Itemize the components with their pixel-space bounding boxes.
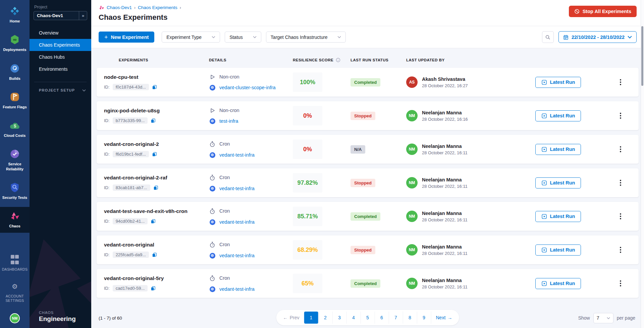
sidebar-item-service-reliability[interactable]: Service Reliability <box>0 145 30 175</box>
target-infrastructure-filter[interactable]: Target Chaos Infrastructure <box>266 32 346 43</box>
infrastructure-link[interactable]: vedant-test-infra <box>219 286 255 292</box>
copy-icon <box>152 152 157 157</box>
next-page-button[interactable]: Next → <box>431 312 457 324</box>
stopwatch-icon <box>210 141 215 147</box>
user-avatar-button[interactable]: NM <box>10 313 20 323</box>
sidebar-item-builds[interactable]: Builds <box>0 59 30 85</box>
experiment-row[interactable]: node-cpu-test ID: f0c187d4-43d... Non-cr… <box>97 68 639 97</box>
copy-id-button[interactable] <box>153 185 158 190</box>
row-menu-button[interactable] <box>618 278 623 288</box>
experiment-name[interactable]: vedant-cron-original-5ry <box>104 275 209 281</box>
breadcrumb: Chaos-Dev1 › Chaos Experiments › <box>99 5 637 10</box>
page-button-5[interactable]: 5 <box>361 312 375 324</box>
scrollbar-thumb[interactable] <box>641 26 643 86</box>
copy-id-button[interactable] <box>152 85 157 90</box>
experiment-name[interactable]: node-cpu-test <box>104 74 209 80</box>
experiment-name[interactable]: vedant-cron-original-2 <box>104 141 209 147</box>
page-button-1[interactable]: 1 <box>304 312 318 324</box>
module-footer: CHAOS Engineering <box>30 311 91 328</box>
arrow-left-icon: ← <box>283 315 288 320</box>
copy-id-button[interactable] <box>152 152 157 157</box>
date-range-picker[interactable]: 22/10/2022 - 28/10/2022 <box>558 31 637 43</box>
latest-run-button[interactable]: Latest Run <box>535 77 581 88</box>
page-button-2[interactable]: 2 <box>318 312 332 324</box>
svg-text:∞: ∞ <box>13 37 17 43</box>
experiment-row[interactable]: vedant-cron-original-2 ID: f6d19bc1-fedf… <box>97 135 639 164</box>
latest-run-button[interactable]: Latest Run <box>535 110 581 121</box>
breadcrumb-separator: › <box>180 5 181 10</box>
stop-all-experiments-button[interactable]: Stop All Experiments <box>569 6 637 17</box>
sidebar-item-dashboards[interactable]: DASHBOARDS <box>1 251 29 276</box>
infrastructure-link[interactable]: vedant-cluster-scope-infra <box>219 85 276 90</box>
copy-id-button[interactable] <box>151 286 156 291</box>
experiment-name[interactable]: nginx-pod-delete-u8sg <box>104 108 209 114</box>
latest-run-button[interactable]: Latest Run <box>535 244 581 256</box>
nav-item-environments[interactable]: Environments <box>30 63 91 75</box>
page-button-8[interactable]: 8 <box>403 312 417 324</box>
row-menu-button[interactable] <box>618 77 623 87</box>
latest-run-button[interactable]: Latest Run <box>535 144 581 155</box>
nav-item-overview[interactable]: Overview <box>30 27 91 39</box>
resilience-score: 97.82% <box>293 173 322 193</box>
row-menu-button[interactable] <box>618 111 623 121</box>
infrastructure-link[interactable]: vedant-test-infra <box>219 219 255 225</box>
copy-id-button[interactable] <box>151 118 156 123</box>
sidebar-item-chaos[interactable]: Chaos <box>0 207 30 232</box>
experiment-row[interactable]: vedant-test-save-nd-exit-v8h-cron ID: 94… <box>97 202 639 231</box>
infrastructure-link[interactable]: test-infra <box>219 118 238 124</box>
experiment-name[interactable]: vedant-test-save-nd-exit-v8h-cron <box>104 208 209 214</box>
infrastructure-link[interactable]: vedant-test-infra <box>219 253 255 258</box>
infrastructure-link[interactable]: vedant-test-infra <box>219 186 255 191</box>
search-button[interactable] <box>542 31 554 43</box>
breadcrumb-experiments-link[interactable]: Chaos Experiments <box>138 5 177 10</box>
id-label: ID: <box>104 252 110 257</box>
chevron-down-icon <box>253 36 257 38</box>
experiment-name[interactable]: vedant-cron-original <box>104 242 209 248</box>
latest-run-button[interactable]: Latest Run <box>535 278 581 289</box>
status-filter[interactable]: Status <box>225 32 261 43</box>
latest-run-label: Latest Run <box>550 281 575 286</box>
row-menu-button[interactable] <box>618 178 623 188</box>
prev-page-button[interactable]: ← Prev <box>278 312 304 324</box>
experiment-row[interactable]: vedant-cron-original-2-raf ID: 83cab181-… <box>97 168 639 197</box>
info-icon[interactable] <box>336 58 340 62</box>
schedule-type: Cron <box>219 141 230 147</box>
experiment-type-filter[interactable]: Experiment Type <box>162 32 220 43</box>
latest-run-button[interactable]: Latest Run <box>535 211 581 222</box>
experiment-row[interactable]: vedant-cron-original ID: 225fcad5-da9...… <box>97 235 639 264</box>
row-menu-button[interactable] <box>618 144 623 154</box>
experiment-name[interactable]: vedant-cron-original-2-raf <box>104 175 209 181</box>
sidebar-item-feature-flags[interactable]: Feature Flags <box>0 88 30 113</box>
calendar-icon <box>563 35 569 40</box>
nav-item-chaos-hubs[interactable]: Chaos Hubs <box>30 51 91 63</box>
copy-id-button[interactable] <box>151 219 156 224</box>
row-menu-button[interactable] <box>618 245 623 255</box>
sidebar-item-account-settings[interactable]: ⚙ ACCOUNT SETTINGS <box>5 277 25 307</box>
project-selector[interactable]: Chaos-Dev1 » <box>34 11 87 20</box>
experiment-row[interactable]: vedant-cron-original-5ry ID: cad17ed0-59… <box>97 269 639 298</box>
collapse-sidebar-button[interactable]: » <box>79 11 87 20</box>
page-button-4[interactable]: 4 <box>346 312 361 324</box>
sidebar-item-cloud-costs[interactable]: $ Cloud Costs <box>0 116 30 142</box>
experiment-row[interactable]: nginx-pod-delete-u8sg ID: b773c335-99...… <box>97 101 639 130</box>
new-experiment-button[interactable]: + New Experiment <box>99 32 154 43</box>
user-name: Neelanjan Manna <box>422 211 468 216</box>
page-button-3[interactable]: 3 <box>332 312 346 324</box>
sidebar-item-security-tests[interactable]: Security Tests <box>0 178 30 204</box>
sidebar-item-home[interactable]: Home <box>0 2 30 28</box>
nav-item-chaos-experiments[interactable]: Chaos Experiments <box>30 39 91 51</box>
page-button-9[interactable]: 9 <box>417 312 431 324</box>
breadcrumb-project-link[interactable]: Chaos-Dev1 <box>107 5 132 10</box>
row-menu-button[interactable] <box>618 211 623 221</box>
status-badge: Completed <box>351 212 380 221</box>
infrastructure-link[interactable]: vedant-test-infra <box>219 152 255 158</box>
sidebar-item-label: Cloud Costs <box>4 133 26 138</box>
latest-run-button[interactable]: Latest Run <box>535 177 581 188</box>
page-button-6[interactable]: 6 <box>375 312 389 324</box>
sidebar-item-deployments[interactable]: ∞ Deployments <box>0 31 30 56</box>
copy-id-button[interactable] <box>152 252 157 258</box>
page-button-7[interactable]: 7 <box>389 312 403 324</box>
project-setup-toggle[interactable]: PROJECT SETUP <box>39 88 86 92</box>
schedule-type: Cron <box>219 175 230 180</box>
per-page-select[interactable]: 7 <box>593 313 613 323</box>
